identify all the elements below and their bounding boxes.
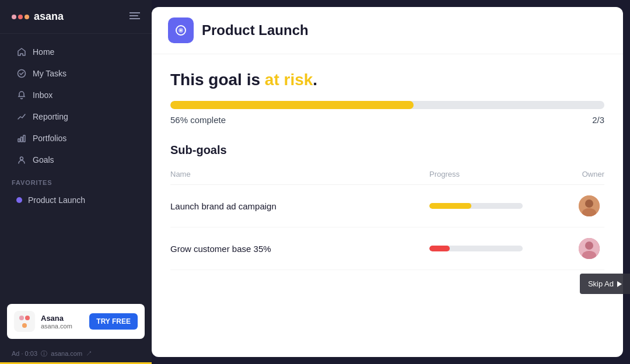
ad-dot-3: [22, 323, 27, 328]
svg-rect-6: [23, 135, 25, 142]
goal-status-line: This goal is at risk.: [170, 71, 604, 89]
favorites-item-label: Product Launch: [28, 195, 85, 205]
progress-ratio-label: 2/3: [592, 115, 604, 125]
sidebar-item-my-tasks[interactable]: My Tasks: [5, 63, 147, 84]
asana-logo-icon: [12, 15, 29, 19]
ad-cta-button[interactable]: TRY FREE: [89, 313, 138, 330]
table-header-name: Name: [170, 170, 418, 178]
favorites-dot: [16, 197, 22, 203]
main-progress-bar-container: [170, 101, 604, 109]
main-title: Product Launch: [202, 22, 309, 38]
subgoals-table: Name Progress Owner Launch brand ad camp…: [170, 166, 604, 270]
ad-text: Asana asana.com: [41, 314, 83, 330]
subgoal-name-1: Grow customer base 35%: [170, 244, 418, 254]
goal-icon: [168, 18, 194, 43]
table-row: Grow customer base 35%: [170, 228, 604, 270]
sidebar-item-home[interactable]: Home: [5, 41, 147, 62]
ad-footer-text: Ad · 0:03 ⓘ asana.com ↗: [12, 349, 92, 358]
progress-percent-label: 56% complete: [170, 115, 226, 125]
bell-icon: [16, 90, 27, 100]
main-content: This goal is at risk. 56% complete 2/3 S…: [152, 54, 623, 357]
ad-dot-1: [19, 316, 24, 320]
ad-logo-icon: [14, 311, 35, 332]
ad-dot-2: [25, 316, 30, 320]
subgoal-name-0: Launch brand ad campaign: [170, 201, 418, 211]
mini-bar-fill-1: [429, 246, 450, 251]
subgoal-owner-1: [546, 238, 604, 259]
sidebar-collapse-button[interactable]: [130, 12, 140, 22]
asana-logo: asana: [12, 10, 64, 23]
logo-dot-1: [12, 15, 16, 19]
main-progress-bar-fill: [170, 101, 414, 109]
svg-point-10: [180, 30, 182, 32]
bar-chart-icon: [16, 133, 27, 144]
sidebar-header: asana: [0, 0, 152, 34]
sidebar-item-portfolios[interactable]: Portfolios: [5, 128, 147, 149]
sidebar-item-reporting-label: Reporting: [33, 112, 68, 121]
table-header-owner: Owner: [546, 170, 604, 178]
table-header: Name Progress Owner: [170, 166, 604, 185]
avatar-1: [579, 238, 600, 259]
favorites-section-label: Favorites: [0, 171, 152, 190]
ad-company-name: Asana: [41, 314, 83, 323]
trending-up-icon: [16, 111, 27, 122]
svg-point-15: [585, 242, 593, 250]
asana-logo-text: asana: [34, 10, 64, 23]
ad-footer: Ad · 0:03 ⓘ asana.com ↗: [0, 346, 152, 364]
person-icon: [16, 155, 27, 165]
sidebar-item-goals[interactable]: Goals: [5, 149, 147, 170]
subgoal-owner-0: [546, 195, 604, 216]
main-panel: Product Launch This goal is at risk. 56%…: [152, 7, 623, 357]
svg-rect-5: [21, 137, 23, 142]
mini-bar-container-0: [429, 203, 523, 209]
sidebar-item-goals-label: Goals: [33, 155, 54, 164]
sidebar-item-inbox[interactable]: Inbox: [5, 85, 147, 106]
sidebar-item-inbox-label: Inbox: [33, 90, 52, 100]
avatar-0: [579, 195, 600, 216]
ad-banner: Asana asana.com TRY FREE: [7, 304, 145, 339]
main-header: Product Launch: [152, 7, 623, 54]
sidebar-item-reporting[interactable]: Reporting: [5, 106, 147, 127]
subgoals-title: Sub-goals: [170, 144, 604, 157]
subgoal-progress-0: [418, 203, 546, 209]
favorites-item-product-launch[interactable]: Product Launch: [5, 190, 147, 210]
svg-point-7: [20, 157, 23, 160]
home-icon: [16, 47, 27, 57]
progress-meta: 56% complete 2/3: [170, 115, 604, 125]
mini-bar-fill-0: [429, 203, 471, 209]
skip-ad-button[interactable]: Skip Ad: [580, 274, 630, 294]
skip-ad-icon: [617, 281, 622, 287]
sidebar-nav: Home My Tasks Inbox Reporting Portfolios: [0, 34, 152, 297]
sidebar-item-home-label: Home: [33, 47, 54, 57]
at-risk-badge: at risk: [265, 71, 313, 89]
svg-rect-4: [18, 139, 20, 142]
subgoal-progress-1: [418, 246, 546, 251]
logo-dot-2: [18, 15, 23, 19]
svg-point-12: [585, 200, 593, 208]
ad-url: asana.com: [41, 323, 83, 330]
table-row: Launch brand ad campaign: [170, 185, 604, 228]
table-header-progress: Progress: [418, 170, 546, 178]
sidebar-item-my-tasks-label: My Tasks: [33, 69, 66, 78]
logo-dot-3: [24, 15, 29, 19]
mini-bar-container-1: [429, 246, 523, 251]
sidebar-item-portfolios-label: Portfolios: [33, 134, 66, 143]
check-circle-icon: [16, 68, 27, 79]
